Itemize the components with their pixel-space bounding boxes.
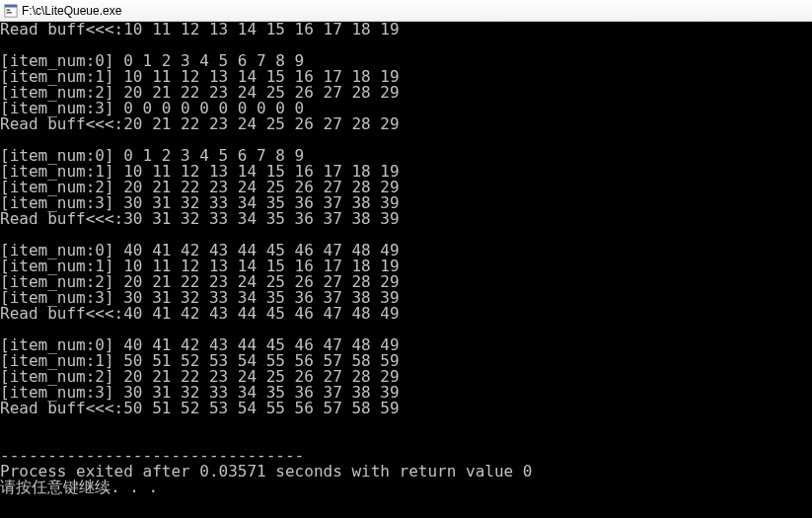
- console-line: Read buff<<<:20 21 22 23 24 25 26 27 28 …: [0, 116, 812, 132]
- console-output[interactable]: Read buff<<<:10 11 12 13 14 15 16 17 18 …: [0, 22, 812, 518]
- svg-rect-2: [7, 9, 11, 11]
- console-line: Read buff<<<:40 41 42 43 44 45 46 47 48 …: [0, 306, 812, 322]
- console-line: Read buff<<<:30 31 32 33 34 35 36 37 38 …: [0, 211, 812, 227]
- console-line: 请按任意键继续. . .: [0, 480, 812, 495]
- app-icon: [4, 4, 18, 18]
- console-line: Read buff<<<:10 11 12 13 14 15 16 17 18 …: [0, 22, 812, 37]
- console-line: [0, 416, 812, 432]
- window-titlebar[interactable]: F:\c\LiteQueue.exe: [0, 0, 812, 22]
- svg-rect-3: [7, 11, 12, 13]
- svg-rect-1: [5, 4, 17, 7]
- console-line: Read buff<<<:50 51 52 53 54 55 56 57 58 …: [0, 401, 812, 416]
- window-title: F:\c\LiteQueue.exe: [22, 4, 121, 18]
